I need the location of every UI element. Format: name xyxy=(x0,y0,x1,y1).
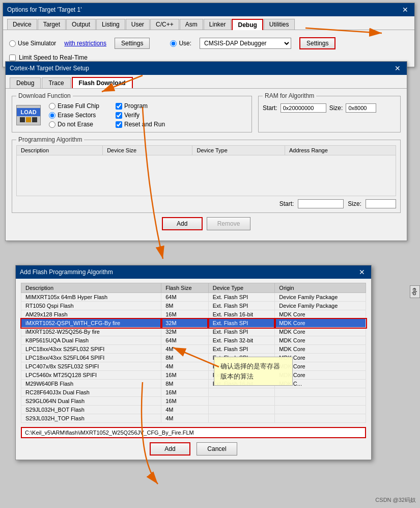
dialog-path-row xyxy=(21,427,366,438)
flash-table-row[interactable]: RT1050 Qspi Flash 8M Ext. Flash SPI Devi… xyxy=(21,302,366,310)
tab-debug[interactable]: Debug xyxy=(232,19,263,30)
download-function-box: Download Function LOAD xyxy=(12,96,252,132)
limit-speed-checkbox[interactable] xyxy=(9,55,16,61)
tab-utilities[interactable]: Utilities xyxy=(264,19,295,30)
flash-cell-desc: S29JL032H_TOP Flash xyxy=(21,414,161,423)
flash-table-row[interactable]: S29JL032H_BOT Flash 4M xyxy=(21,406,366,414)
driver-tab-flash-download[interactable]: Flash Download xyxy=(72,77,133,88)
add-algorithm-button[interactable]: Add xyxy=(162,217,203,230)
flash-table-row[interactable]: S29JL032H_TOP Flash 4M xyxy=(21,414,366,423)
flash-cell-size: 4M xyxy=(161,414,209,423)
prog-table-empty-row xyxy=(17,155,396,196)
tab-user[interactable]: User xyxy=(126,19,150,30)
flash-cell-origin: MDK Core xyxy=(275,345,366,354)
programming-algorithm-table: Description Device Size Device Type Addr… xyxy=(16,145,396,196)
flash-col-description: Description xyxy=(21,283,161,293)
flash-cell-desc: iMXRT1052-QSPI_WITH_CFG-By fire xyxy=(21,319,161,328)
flash-table-row[interactable]: MIMXRT105x 64mB Hyper Flash 64M Ext. Fla… xyxy=(21,293,366,302)
erase-full-chip-label[interactable]: Erase Full Chip xyxy=(49,102,99,110)
program-checkbox-label[interactable]: Program xyxy=(116,102,165,110)
reset-run-checkbox[interactable] xyxy=(116,121,122,128)
flash-col-origin: Origin xyxy=(275,283,366,293)
flash-cell-type: Ext. Flash SPI xyxy=(208,319,275,328)
prog-col-address-range: Address Range xyxy=(285,146,396,155)
use-debugger-radio[interactable] xyxy=(170,40,177,47)
help-side-area: elp xyxy=(410,285,420,298)
icon-pixel-2 xyxy=(26,117,31,122)
do-not-erase-radio[interactable] xyxy=(49,121,55,128)
with-restrictions-link[interactable]: with restrictions xyxy=(64,40,106,47)
debugger-select[interactable]: CMSIS-DAP Debugger xyxy=(200,38,291,49)
reset-run-checkbox-label[interactable]: Reset and Run xyxy=(116,121,165,128)
flash-cell-desc: S29JL032H_BOT Flash xyxy=(21,406,161,414)
flash-algorithm-table: Description Flash Size Device Type Origi… xyxy=(21,283,366,423)
flash-table-row[interactable]: K8P5615UQA Dual Flash 64M Ext. Flash 32-… xyxy=(21,336,366,345)
prog-col-description: Description xyxy=(17,146,103,155)
dialog-title: Add Flash Programming Algorithm xyxy=(20,269,113,276)
debugger-settings-button[interactable]: Settings xyxy=(299,37,335,49)
flash-table-body: MIMXRT105x 64mB Hyper Flash 64M Ext. Fla… xyxy=(21,293,366,423)
flash-cell-type: Ext. Flash SPI xyxy=(208,302,275,310)
program-checkbox[interactable] xyxy=(116,103,122,110)
remove-algorithm-button[interactable]: Remove xyxy=(207,217,251,230)
help-side-button[interactable]: elp xyxy=(410,285,420,298)
flash-table-row[interactable]: AM29x128 Flash 16M Ext. Flash 16-bit MDK… xyxy=(21,310,366,319)
flash-table-row[interactable]: M29W640FB Flash 8M Ext. Flash 16-bit MDK… xyxy=(21,380,366,388)
flash-cell-desc: MIMXRT105x 64mB Hyper Flash xyxy=(21,293,161,302)
erase-full-chip-radio[interactable] xyxy=(49,103,55,110)
tab-linker[interactable]: Linker xyxy=(204,19,232,30)
simulator-row: Use Simulator with restrictions Settings… xyxy=(9,34,408,52)
icon-pixel-3 xyxy=(32,117,37,122)
prog-start-label: Start: xyxy=(279,200,294,207)
flash-cell-type: Ext. Flash SPI xyxy=(208,345,275,354)
tab-asm[interactable]: Asm xyxy=(180,19,203,30)
driver-tab-trace[interactable]: Trace xyxy=(42,77,70,88)
prog-size-input[interactable] xyxy=(366,199,396,208)
verify-checkbox-label[interactable]: Verify xyxy=(116,112,165,119)
main-window: Options for Target 'Target 1' ✕ Device T… xyxy=(3,3,415,67)
path-input[interactable] xyxy=(21,427,366,438)
erase-sectors-label[interactable]: Erase Sectors xyxy=(49,112,99,119)
flash-cell-desc: AM29x128 Flash xyxy=(21,310,161,319)
flash-table-row[interactable]: iMXRT1052-W25Q256-By fire 32M Ext. Flash… xyxy=(21,328,366,336)
prog-table-header-row: Description Device Size Device Type Addr… xyxy=(17,146,396,155)
tab-target[interactable]: Target xyxy=(38,19,66,30)
flash-cell-origin: Device Family Package xyxy=(275,302,366,310)
ram-size-input[interactable] xyxy=(346,103,376,113)
load-icon-bottom xyxy=(20,117,37,122)
driver-titlebar: Cortex-M Target Driver Setup ✕ xyxy=(6,62,407,75)
tab-cpp[interactable]: C/C++ xyxy=(150,19,179,30)
add-flash-dialog: Add Flash Programming Algorithm ✕ Descri… xyxy=(15,265,372,460)
dialog-add-button[interactable]: Add xyxy=(150,442,190,456)
flash-cell-type xyxy=(208,406,275,414)
annotation-text: 确认选择的是寄存器版本的算法 xyxy=(220,362,280,380)
flash-cell-size: 16M xyxy=(161,310,209,319)
tab-device[interactable]: Device xyxy=(7,19,37,30)
flash-table-row[interactable]: RC28F640J3x Dual Flash 16M xyxy=(21,388,366,397)
driver-tab-debug[interactable]: Debug xyxy=(10,77,41,88)
flash-table-row[interactable]: LPC407x/8x S25FL032 SPIFI 4M Ext. Flash … xyxy=(21,362,366,371)
prog-start-input[interactable] xyxy=(298,199,344,208)
verify-checkbox[interactable] xyxy=(116,112,122,119)
driver-close-button[interactable]: ✕ xyxy=(393,64,403,72)
tab-output[interactable]: Output xyxy=(66,19,96,30)
use-simulator-label[interactable]: Use Simulator xyxy=(9,40,56,47)
ram-start-input[interactable] xyxy=(281,103,326,113)
dialog-cancel-button[interactable]: Cancel xyxy=(197,442,237,456)
flash-table-row[interactable]: LPC18xx/43xx S25FL032 SPIFI 4M Ext. Flas… xyxy=(21,345,366,354)
download-checkboxes: Program Verify Reset and Run xyxy=(116,102,165,128)
flash-table-row[interactable]: LPC5460x MT25Q128 SPIFI 16M Ext. Flash S… xyxy=(21,371,366,380)
use-debugger-label[interactable]: Use: xyxy=(170,40,191,47)
flash-table-row[interactable]: iMXRT1052-QSPI_WITH_CFG-By fire 32M Ext.… xyxy=(21,319,366,328)
erase-sectors-radio[interactable] xyxy=(49,112,55,119)
dialog-close-button[interactable]: ✕ xyxy=(357,268,367,276)
flash-table-row[interactable]: S29GL064N Dual Flash 16M xyxy=(21,397,366,406)
tab-listing[interactable]: Listing xyxy=(96,19,125,30)
main-close-button[interactable]: ✕ xyxy=(400,6,410,14)
dialog-button-row: Add Cancel xyxy=(21,442,366,456)
flash-table-row[interactable]: LPC18xx/43xx S25FL064 SPIFI 8M Ext. Flas… xyxy=(21,354,366,362)
use-simulator-radio[interactable] xyxy=(9,40,16,47)
do-not-erase-label[interactable]: Do not Erase xyxy=(49,121,99,128)
main-titlebar: Options for Target 'Target 1' ✕ xyxy=(3,3,414,16)
simulator-settings-button[interactable]: Settings xyxy=(115,38,150,49)
